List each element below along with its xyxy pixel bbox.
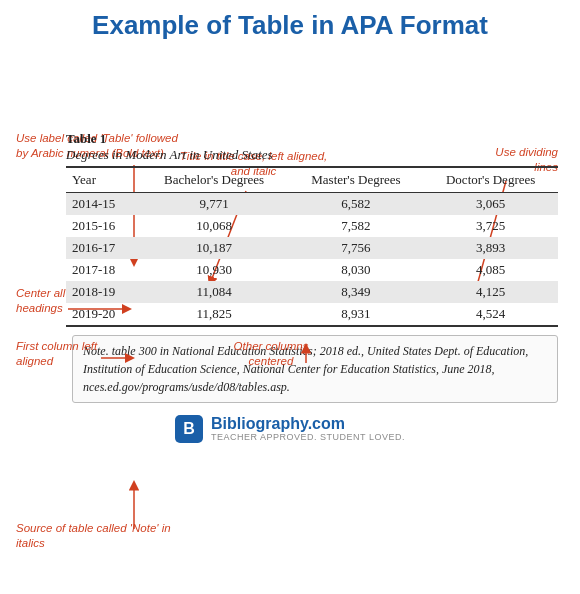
cell-doc-4: 4,125 — [423, 281, 558, 303]
table-label: Table 1 — [66, 131, 558, 147]
table-row: 2016-17 10,187 7,756 3,893 — [66, 237, 558, 259]
cell-bach-4: 11,084 — [140, 281, 289, 303]
cell-year-0: 2014-15 — [66, 193, 140, 216]
header-bachelor: Bachelor's Degrees — [140, 167, 289, 193]
cell-doc-0: 3,065 — [423, 193, 558, 216]
cell-bach-2: 10,187 — [140, 237, 289, 259]
cell-year-4: 2018-19 — [66, 281, 140, 303]
cell-bach-0: 9,771 — [140, 193, 289, 216]
logo-text-group: Bibliography.com Teacher Approved. Stude… — [211, 415, 405, 442]
cell-year-1: 2015-16 — [66, 215, 140, 237]
cell-doc-5: 4,524 — [423, 303, 558, 326]
annotation-first-col: First column left aligned — [16, 339, 101, 369]
table-row: 2018-19 11,084 8,349 4,125 — [66, 281, 558, 303]
annotation-other-cols: Other columns centered — [216, 339, 326, 369]
cell-bach-3: 10,930 — [140, 259, 289, 281]
cell-bach-1: 10,068 — [140, 215, 289, 237]
logo-icon: B — [175, 415, 203, 443]
logo-name: Bibliography.com — [211, 415, 405, 433]
header-year: Year — [66, 167, 140, 193]
cell-year-2: 2016-17 — [66, 237, 140, 259]
cell-doc-1: 3,725 — [423, 215, 558, 237]
cell-year-5: 2019-20 — [66, 303, 140, 326]
table-row: 2015-16 10,068 7,582 3,725 — [66, 215, 558, 237]
header-doctor: Doctor's Degrees — [423, 167, 558, 193]
annotation-note-source: Source of table called 'Note' in italics — [16, 521, 171, 551]
table-row: 2019-20 11,825 8,931 4,524 — [66, 303, 558, 326]
table-footer-line — [66, 326, 558, 327]
cell-bach-5: 11,825 — [140, 303, 289, 326]
cell-doc-3: 4,085 — [423, 259, 558, 281]
table-header-row: Year Bachelor's Degrees Master's Degrees… — [66, 167, 558, 193]
table-title: Degrees in Modern Art in United States — [66, 147, 558, 163]
logo-tagline: Teacher Approved. Student Loved. — [211, 433, 405, 443]
main-title: Example of Table in APA Format — [16, 10, 564, 41]
logo-bar: B Bibliography.com Teacher Approved. Stu… — [16, 415, 564, 443]
table-row: 2017-18 10,930 8,030 4,085 — [66, 259, 558, 281]
cell-mast-3: 8,030 — [289, 259, 424, 281]
cell-mast-1: 7,582 — [289, 215, 424, 237]
cell-mast-5: 8,931 — [289, 303, 424, 326]
cell-mast-4: 8,349 — [289, 281, 424, 303]
cell-year-3: 2017-18 — [66, 259, 140, 281]
apa-table: Year Bachelor's Degrees Master's Degrees… — [66, 166, 558, 327]
cell-doc-2: 3,893 — [423, 237, 558, 259]
table-row: 2014-15 9,771 6,582 3,065 — [66, 193, 558, 216]
cell-mast-2: 7,756 — [289, 237, 424, 259]
header-master: Master's Degrees — [289, 167, 424, 193]
cell-mast-0: 6,582 — [289, 193, 424, 216]
